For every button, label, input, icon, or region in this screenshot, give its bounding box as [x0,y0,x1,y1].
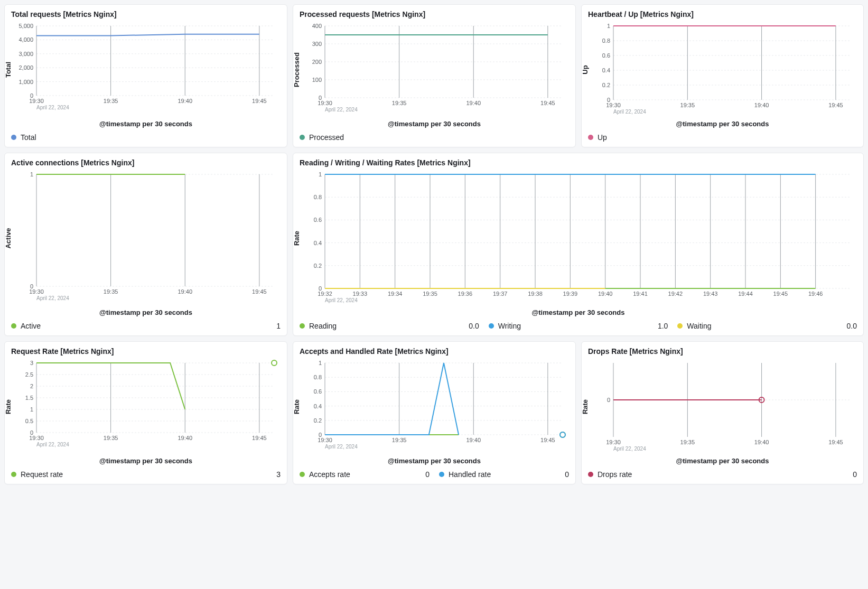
ylabel: Rate [293,399,301,414]
svg-text:19:45: 19:45 [828,439,843,445]
svg-text:April 22, 2024: April 22, 2024 [613,446,646,452]
legend-dot-icon [11,135,16,140]
panel-heartbeat[interactable]: Heartbeat / Up [Metrics Nginx] Up 00.20.… [581,4,864,147]
panel-title: Request Rate [Metrics Nginx] [11,347,281,356]
panel-title: Total requests [Metrics Nginx] [11,10,281,18]
svg-text:0.6: 0.6 [314,217,322,223]
chart-reqrate[interactable]: Rate 00.511.522.5319:30April 22, 202419:… [11,359,281,455]
svg-text:19:40: 19:40 [754,102,769,108]
svg-text:19:30: 19:30 [318,100,332,106]
legend-dot-icon [300,323,305,329]
svg-text:100: 100 [312,77,322,83]
svg-text:200: 200 [312,59,322,65]
svg-text:19:40: 19:40 [178,288,192,295]
svg-text:19:30: 19:30 [606,102,621,108]
chart-active[interactable]: Active 0119:30April 22, 202419:3519:4019… [11,170,281,306]
chart-drops[interactable]: Rate 019:30April 22, 202419:3519:4019:45 [588,359,857,455]
svg-text:19:45: 19:45 [540,100,555,106]
svg-text:19:35: 19:35 [392,100,407,106]
xlabel: @timestamp per 30 seconds [300,308,857,316]
panel-total-requests[interactable]: Total requests [Metrics Nginx] Total 01,… [4,4,287,147]
svg-text:0.4: 0.4 [602,67,610,73]
svg-text:19:32: 19:32 [318,291,332,297]
svg-text:19:35: 19:35 [392,437,407,443]
legend-dot-icon [588,472,593,477]
ylabel: Rate [581,399,589,414]
svg-text:19:35: 19:35 [680,102,695,108]
legend: Total [11,133,281,142]
xlabel: @timestamp per 30 seconds [588,457,857,465]
legend-item[interactable]: Handled rate0 [439,470,569,479]
panel-title: Active connections [Metrics Nginx] [11,158,281,167]
legend-value: 0.0 [469,322,479,330]
legend: Up [588,133,857,142]
ylabel: Rate [4,399,12,414]
svg-text:April 22, 2024: April 22, 2024 [36,105,69,110]
legend-item[interactable]: Active1 [11,322,281,330]
panel-drops-rate[interactable]: Drops Rate [Metrics Nginx] Rate 019:30Ap… [581,341,864,484]
panel-rww-rates[interactable]: Reading / Writing / Waiting Rates [Metri… [293,153,864,336]
legend-dot-icon [300,472,305,477]
svg-text:2,000: 2,000 [18,64,33,71]
legend-item[interactable]: Up [588,133,857,142]
legend-item[interactable]: Total [11,133,281,142]
svg-text:0.8: 0.8 [602,38,610,44]
svg-text:19:40: 19:40 [178,435,192,441]
chart-total[interactable]: Total 01,0002,0003,0004,0005,00019:30Apr… [11,22,281,118]
chart-accepts[interactable]: Rate 00.20.40.60.8119:30April 22, 202419… [300,359,569,455]
legend-item[interactable]: Accepts rate0 [300,470,430,479]
xlabel: @timestamp per 30 seconds [588,120,857,128]
legend-item[interactable]: Request rate3 [11,470,281,479]
legend-label: Active [21,322,41,330]
legend-value: 0 [565,470,569,479]
ylabel: Active [4,228,12,248]
panel-accepts-handled[interactable]: Accepts and Handled Rate [Metrics Nginx]… [293,341,576,484]
chart-processed[interactable]: Processed 010020030040019:30April 22, 20… [300,22,569,118]
svg-text:19:33: 19:33 [353,291,368,297]
legend-dot-icon [588,135,593,140]
svg-text:19:30: 19:30 [29,435,44,441]
panel-processed-requests[interactable]: Processed requests [Metrics Nginx] Proce… [293,4,576,147]
svg-text:1: 1 [30,406,33,413]
svg-text:1: 1 [607,23,610,29]
legend-label: Waiting [687,322,711,330]
svg-text:0.8: 0.8 [314,194,322,200]
legend: Reading0.0Writing1.0Waiting0.0 [300,322,857,330]
svg-text:19:46: 19:46 [808,291,823,297]
svg-text:April 22, 2024: April 22, 2024 [36,295,69,301]
svg-text:April 22, 2024: April 22, 2024 [325,444,358,450]
panel-title: Drops Rate [Metrics Nginx] [588,347,857,356]
svg-text:3,000: 3,000 [18,51,33,57]
legend-value: 3 [276,470,281,479]
svg-text:4,000: 4,000 [18,36,33,43]
legend-item[interactable]: Processed [300,133,569,142]
svg-text:1.5: 1.5 [25,395,33,401]
legend-item[interactable]: Waiting0.0 [677,322,857,330]
svg-text:19:40: 19:40 [598,291,613,297]
svg-text:19:45: 19:45 [252,288,267,295]
panel-request-rate[interactable]: Request Rate [Metrics Nginx] Rate 00.511… [4,341,287,484]
svg-text:0.2: 0.2 [314,417,322,424]
ylabel: Processed [293,52,301,87]
xlabel: @timestamp per 30 seconds [11,308,281,316]
legend-item[interactable]: Drops rate0 [588,470,857,479]
xlabel: @timestamp per 30 seconds [11,457,281,465]
svg-text:1: 1 [319,360,322,366]
svg-text:0.2: 0.2 [602,82,610,88]
legend-value: 0 [853,470,857,479]
legend-dot-icon [677,323,683,329]
svg-text:1: 1 [30,171,33,177]
legend-value: 0.0 [847,322,857,330]
chart-rww[interactable]: Rate 00.20.40.60.8119:32April 22, 202419… [300,170,857,306]
legend: Request rate3 [11,470,281,479]
legend-item[interactable]: Reading0.0 [300,322,479,330]
legend-label: Drops rate [598,470,632,479]
svg-text:19:37: 19:37 [493,291,508,297]
svg-text:19:35: 19:35 [423,291,437,297]
ylabel: Rate [293,231,301,246]
legend-label: Up [598,133,607,142]
chart-heartbeat[interactable]: Up 00.20.40.60.8119:30April 22, 202419:3… [588,22,857,118]
svg-text:19:34: 19:34 [388,291,403,297]
panel-active-connections[interactable]: Active connections [Metrics Nginx] Activ… [4,153,287,336]
legend-item[interactable]: Writing1.0 [489,322,668,330]
